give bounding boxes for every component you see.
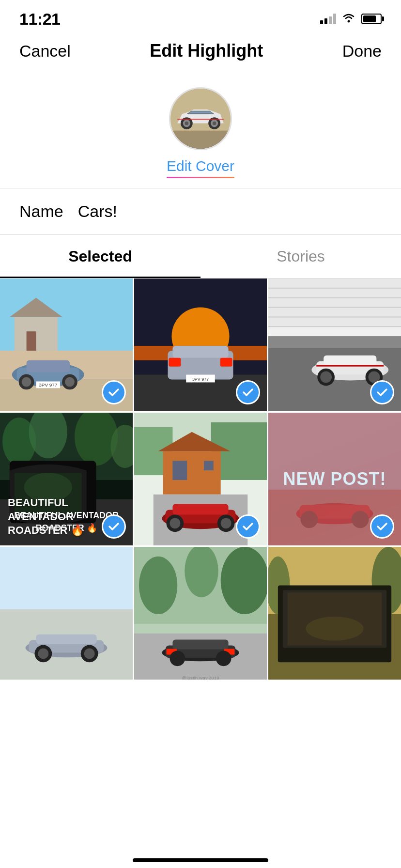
status-time: 11:21 [19, 10, 60, 29]
page-title: Edit Highlight [150, 41, 263, 61]
svg-rect-37 [169, 358, 181, 367]
tab-selected[interactable]: Selected [0, 235, 200, 278]
svg-rect-109 [172, 640, 228, 650]
svg-point-85 [221, 518, 231, 528]
svg-text:@justin.way.2019: @justin.way.2019 [182, 675, 219, 680]
svg-point-100 [84, 648, 95, 659]
status-icons [320, 12, 382, 26]
photo-cell-6[interactable]: NEW POST! [268, 413, 401, 545]
check-badge-3 [370, 380, 394, 404]
cover-section: Edit Cover [0, 73, 401, 188]
photo-cell-5[interactable] [134, 413, 267, 545]
svg-rect-53 [316, 365, 384, 367]
photo-cell-9[interactable] [268, 547, 401, 680]
svg-point-113 [216, 651, 231, 666]
svg-rect-38 [220, 358, 232, 367]
svg-rect-23 [27, 360, 70, 372]
name-label: Name [19, 202, 63, 221]
status-bar: 11:21 [0, 0, 401, 34]
svg-rect-96 [36, 635, 96, 644]
svg-rect-49 [268, 336, 401, 348]
photo-cell-7[interactable] [0, 547, 133, 680]
svg-point-27 [65, 377, 75, 387]
tab-bar: Selected Stories [0, 235, 401, 279]
photo-cell-8[interactable]: @justin.way.2019 [134, 547, 267, 680]
home-indicator [133, 858, 268, 862]
svg-rect-77 [204, 461, 214, 470]
check-badge-1 [102, 380, 126, 404]
battery-icon [361, 14, 382, 24]
svg-rect-20 [27, 331, 36, 351]
nav-bar: Cancel Edit Highlight Done [0, 34, 401, 73]
cover-image[interactable] [169, 87, 232, 150]
photo-cell-2[interactable]: 3PV 977 [134, 279, 267, 411]
svg-point-0 [348, 20, 350, 23]
svg-point-13 [213, 122, 216, 125]
check-badge-4 [102, 514, 126, 539]
svg-point-103 [139, 557, 177, 614]
svg-point-90 [301, 511, 318, 528]
svg-point-83 [170, 518, 180, 528]
svg-rect-52 [324, 356, 376, 365]
svg-point-10 [185, 122, 189, 125]
edit-cover-button[interactable]: Edit Cover [167, 158, 234, 178]
svg-point-91 [352, 511, 369, 528]
name-row: Name Cars! [0, 188, 401, 235]
svg-point-104 [221, 547, 267, 614]
svg-rect-42 [268, 279, 401, 326]
svg-rect-76 [172, 461, 187, 480]
svg-point-55 [320, 372, 332, 383]
signal-icon [320, 14, 336, 24]
photo-cell-4[interactable]: BEAUTIFUL AVENTADOR ROADSTER 🔥 BEAUTIFUL… [0, 413, 133, 545]
svg-point-122 [306, 617, 363, 641]
name-value[interactable]: Cars! [78, 202, 382, 221]
svg-rect-36 [172, 346, 228, 358]
check-badge-5 [236, 514, 260, 539]
svg-point-112 [170, 651, 185, 666]
svg-rect-74 [163, 451, 221, 494]
svg-rect-1 [170, 130, 231, 149]
check-badge-2 [236, 380, 260, 404]
svg-rect-81 [172, 504, 228, 515]
svg-text:3PV 977: 3PV 977 [192, 377, 209, 382]
svg-point-105 [185, 547, 218, 597]
tab-stories[interactable]: Stories [200, 235, 401, 278]
svg-rect-14 [177, 119, 223, 120]
done-button[interactable]: Done [342, 42, 382, 61]
svg-text:3PV 977: 3PV 977 [39, 382, 57, 388]
photo-cell-1[interactable]: 3PV 977 [0, 279, 133, 411]
svg-point-25 [22, 377, 31, 387]
wifi-icon [342, 12, 355, 26]
svg-point-98 [38, 648, 48, 659]
cancel-button[interactable]: Cancel [19, 42, 71, 61]
photo-cell-3[interactable] [268, 279, 401, 411]
check-badge-6 [370, 514, 394, 539]
photo-grid: 3PV 977 3 [0, 279, 401, 680]
